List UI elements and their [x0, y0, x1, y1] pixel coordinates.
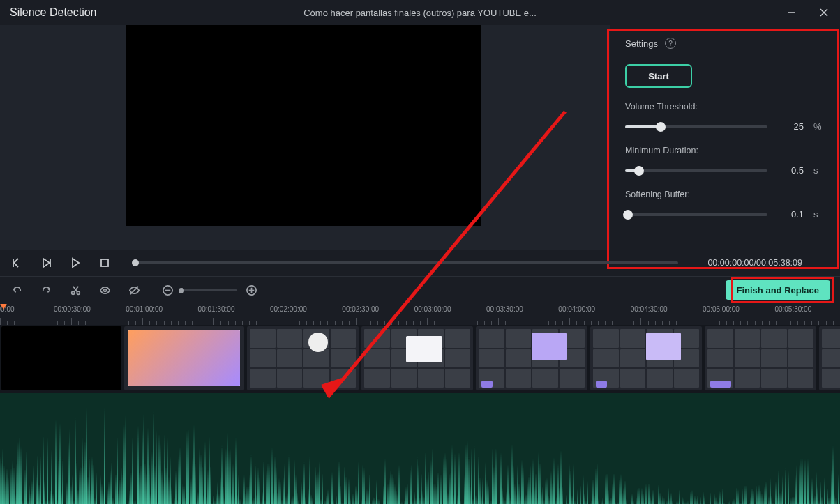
ruler-label: 00:04:30:00 — [631, 305, 668, 313]
svg-point-12 — [103, 289, 106, 292]
minimize-button[interactable] — [776, 0, 808, 25]
play-button[interactable] — [68, 256, 82, 270]
preview-icon[interactable] — [98, 284, 112, 298]
ruler-label: 00:03:30:00 — [486, 305, 523, 313]
ruler-label: 00:01:00:00 — [126, 305, 163, 313]
svg-rect-7 — [101, 259, 108, 266]
volume-threshold-value: 25 — [777, 121, 804, 132]
softening-buffer-unit: s — [813, 209, 823, 220]
prev-frame-button[interactable] — [10, 256, 24, 270]
ruler-label: 00:03:00:00 — [414, 305, 451, 313]
finish-replace-button[interactable]: Finish and Replace — [726, 280, 830, 300]
minimum-duration-label: Minimum Duration: — [625, 146, 823, 155]
video-clip[interactable] — [247, 326, 359, 390]
minimum-duration-value: 0.5 — [777, 165, 804, 176]
ruler-label: 00:05:00:00 — [703, 305, 740, 313]
playback-controls: 00:00:00:00/00:05:38:09 — [0, 250, 840, 276]
video-clip[interactable] — [476, 326, 587, 390]
hide-icon[interactable] — [127, 284, 141, 298]
ruler-label: 00:05:30:00 — [774, 305, 811, 313]
timeline-ruler[interactable]: 00:0000:00:30:0000:01:00:0000:01:30:0000… — [0, 304, 840, 325]
preview-pane — [0, 25, 610, 250]
cut-button[interactable] — [68, 284, 82, 298]
minimum-duration-slider[interactable] — [625, 169, 767, 172]
play-pause-button[interactable] — [39, 256, 53, 270]
playhead-icon[interactable] — [3, 304, 4, 312]
help-icon[interactable]: ? — [665, 38, 676, 49]
video-preview[interactable] — [126, 25, 481, 226]
video-clip[interactable] — [124, 326, 244, 390]
timeline: 00:0000:00:30:0000:01:00:0000:01:30:0000… — [0, 304, 840, 504]
window-title: Silence Detection — [10, 6, 97, 19]
video-clip[interactable] — [1, 326, 121, 390]
settings-panel: Settings ? Start Volume Threshold: 25 % … — [610, 25, 840, 250]
softening-buffer-label: Softening Buffer: — [625, 190, 823, 199]
minimum-duration-unit: s — [813, 165, 823, 176]
playback-scrubber[interactable] — [135, 261, 678, 264]
zoom-in-button[interactable] — [244, 284, 258, 298]
start-button[interactable]: Start — [625, 64, 692, 88]
zoom-out-button[interactable] — [160, 284, 174, 298]
volume-threshold-unit: % — [813, 121, 823, 132]
video-clip[interactable] — [705, 326, 816, 390]
ruler-label: 00:02:30:00 — [342, 305, 379, 313]
ruler-label: 00:02:00:00 — [270, 305, 307, 313]
video-clip[interactable] — [361, 326, 473, 390]
softening-buffer-value: 0.1 — [777, 209, 804, 220]
zoom-slider[interactable] — [181, 289, 237, 291]
close-button[interactable] — [808, 0, 840, 25]
titlebar: Silence Detection Cómo hacer pantallas f… — [0, 0, 840, 25]
ruler-label: 00:04:00:00 — [558, 305, 595, 313]
ruler-label: 00:01:30:00 — [198, 305, 235, 313]
undo-button[interactable] — [10, 284, 24, 298]
playback-time: 00:00:00:00/00:05:38:09 — [707, 258, 802, 268]
stop-button[interactable] — [98, 256, 112, 270]
document-title: Cómo hacer pantallas finales (outros) pa… — [303, 8, 537, 18]
settings-heading: Settings — [625, 38, 658, 49]
video-track[interactable] — [0, 325, 840, 393]
svg-marker-6 — [73, 259, 79, 267]
timeline-toolbar: Finish and Replace — [0, 276, 840, 304]
softening-buffer-slider[interactable] — [625, 213, 767, 216]
video-clip[interactable] — [590, 326, 702, 390]
audio-waveform[interactable] — [0, 393, 840, 504]
video-clip[interactable] — [819, 326, 840, 390]
svg-marker-4 — [43, 259, 50, 267]
ruler-label: 00:00:30:00 — [54, 305, 91, 313]
redo-button[interactable] — [39, 284, 53, 298]
volume-threshold-slider[interactable] — [625, 125, 767, 128]
volume-threshold-label: Volume Threshold: — [625, 102, 823, 112]
